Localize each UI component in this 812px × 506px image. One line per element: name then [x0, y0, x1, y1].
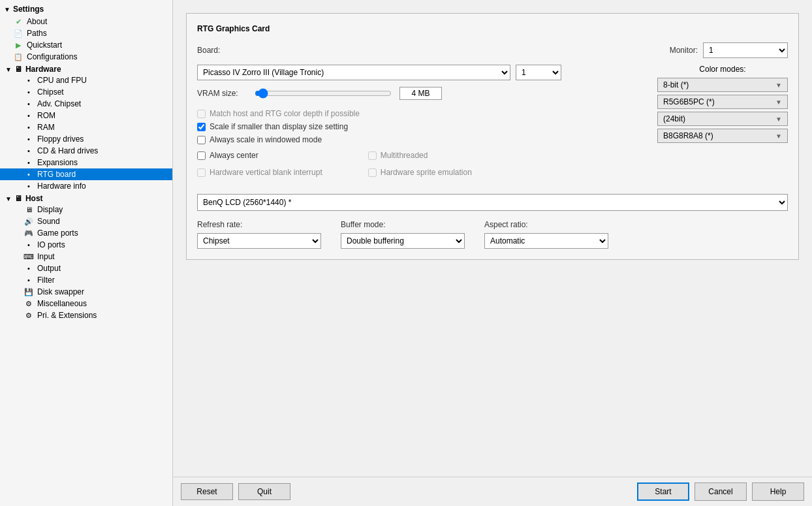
sidebar-item-cpu-fpu[interactable]: • CPU and FPU	[0, 74, 172, 86]
sidebar-item-rom[interactable]: • ROM	[0, 110, 172, 121]
pri-icon: ⚙	[23, 311, 34, 320]
sidebar-item-quickstart[interactable]: ▶ Quickstart	[0, 39, 172, 51]
sidebar-item-input[interactable]: ⌨ Input	[0, 251, 172, 262]
sidebar-item-game-ports[interactable]: 🎮 Game ports	[0, 227, 172, 239]
refresh-rate-group: Refresh rate: Chipset PAL NTSC	[197, 220, 321, 249]
hw-sprite-checkbox[interactable]	[368, 168, 377, 177]
checkbox-always-scale: Always scale in windowed mode	[197, 135, 644, 144]
input-icon: ⌨	[23, 253, 34, 261]
misc-icon: ⚙	[23, 300, 34, 308]
cd-icon: •	[23, 147, 34, 155]
sidebar-item-label: IO ports	[37, 240, 65, 249]
sidebar-item-label: Configurations	[27, 52, 77, 61]
vram-value: 4 MB	[399, 87, 442, 100]
checkboxes-left: Match host and RTG color depth if possib…	[197, 109, 644, 144]
host-collapse-arrow: ▼	[5, 195, 12, 202]
configurations-icon: 📋	[13, 53, 23, 61]
vram-label: VRAM size:	[197, 89, 249, 98]
sidebar-item-pri-extensions[interactable]: ⚙ Pri. & Extensions	[0, 309, 172, 321]
sidebar-item-filter[interactable]: • Filter	[0, 274, 172, 286]
rtg-panel: RTG Graphics Card Board: Monitor: 1 2	[186, 13, 799, 260]
sidebar-section-label: Hardware	[25, 65, 61, 74]
sidebar-item-miscellaneous[interactable]: ⚙ Miscellaneous	[0, 298, 172, 309]
color-mode-24bit[interactable]: (24bit) ▼	[657, 112, 788, 126]
sidebar-item-disk-swapper[interactable]: 💾 Disk swapper	[0, 286, 172, 298]
sidebar-item-label: Pri. & Extensions	[37, 311, 97, 320]
quickstart-icon: ▶	[13, 41, 23, 50]
scale-smaller-checkbox[interactable]	[197, 123, 206, 131]
disk-icon: 💾	[23, 288, 34, 296]
color-mode-b8g8r8a8[interactable]: B8G8R8A8 (*) ▼	[657, 129, 788, 143]
sidebar-title: Settings	[13, 5, 44, 14]
start-button[interactable]: Start	[637, 482, 689, 501]
cpu-icon: •	[23, 76, 34, 84]
chipset-icon: •	[23, 88, 34, 96]
color-mode-label: R5G6B5PC (*)	[663, 97, 715, 106]
always-center-checkbox[interactable]	[197, 151, 206, 160]
sidebar-item-adv-chipset[interactable]: • Adv. Chipset	[0, 98, 172, 110]
sidebar-item-rtg-board[interactable]: • RTG board	[0, 168, 172, 180]
board-label: Board:	[197, 46, 236, 55]
sidebar-item-label: Filter	[37, 276, 55, 285]
help-button[interactable]: Help	[752, 482, 804, 501]
sidebar-section-label: Host	[25, 194, 43, 203]
sidebar: ▼ Settings ✔ About 📄 Paths ▶ Quickstart …	[0, 0, 173, 506]
hw-info-icon: •	[23, 182, 34, 190]
buffer-mode-select[interactable]: Double buffering Single buffering	[341, 233, 465, 249]
sidebar-item-cd-hard-drives[interactable]: • CD & Hard drives	[0, 145, 172, 157]
sidebar-section-host[interactable]: ▼ 🖥 Host	[0, 192, 172, 204]
sidebar-section-hardware[interactable]: ▼ 🖥 Hardware	[0, 63, 172, 74]
gameport-icon: 🎮	[23, 229, 34, 238]
sidebar-item-label: Adv. Chipset	[37, 99, 81, 108]
filter-icon: •	[23, 276, 34, 284]
display-select[interactable]: BenQ LCD (2560*1440) *	[197, 194, 788, 211]
color-mode-8bit[interactable]: 8-bit (*) ▼	[657, 78, 788, 92]
sidebar-item-floppy-drives[interactable]: • Floppy drives	[0, 133, 172, 145]
aspect-ratio-group: Aspect ratio: Automatic 4:3 16:9	[484, 220, 608, 249]
refresh-rate-label: Refresh rate:	[197, 220, 321, 229]
bottom-bar: Reset Quit Start Cancel Help	[173, 477, 812, 506]
reset-button[interactable]: Reset	[181, 483, 233, 500]
color-mode-label: B8G8R8A8 (*)	[663, 131, 713, 140]
sidebar-item-display[interactable]: 🖥 Display	[0, 204, 172, 215]
sidebar-item-configurations[interactable]: 📋 Configurations	[0, 51, 172, 63]
sidebar-item-about[interactable]: ✔ About	[0, 16, 172, 27]
sidebar-item-label: Paths	[27, 29, 47, 38]
sidebar-item-paths[interactable]: 📄 Paths	[0, 27, 172, 39]
sidebar-item-io-ports[interactable]: • IO ports	[0, 239, 172, 251]
color-modes-section: Color modes: 8-bit (*) ▼ R5G6B5PC (*) ▼ …	[657, 65, 788, 146]
aspect-ratio-select[interactable]: Automatic 4:3 16:9	[484, 233, 608, 249]
color-mode-r5g6b5pc[interactable]: R5G6B5PC (*) ▼	[657, 95, 788, 109]
chevron-down-icon: ▼	[775, 116, 782, 123]
monitor-select[interactable]: 1 2	[703, 42, 788, 58]
checkbox-match-host: Match host and RTG color depth if possib…	[197, 109, 644, 118]
hw-vbi-checkbox[interactable]	[197, 168, 206, 177]
board-second-select[interactable]: 1	[516, 65, 561, 80]
sidebar-item-output[interactable]: • Output	[0, 262, 172, 274]
adv-chipset-icon: •	[23, 100, 34, 108]
ram-icon: •	[23, 123, 34, 131]
sidebar-item-hardware-info[interactable]: • Hardware info	[0, 180, 172, 192]
board-select[interactable]: Picasso IV Zorro III (Village Tronic)	[197, 65, 510, 80]
checkbox-scale-smaller: Scale if smaller than display size setti…	[197, 122, 644, 131]
match-host-checkbox[interactable]	[197, 110, 206, 118]
quit-button[interactable]: Quit	[238, 483, 290, 500]
sidebar-item-expansions[interactable]: • Expansions	[0, 157, 172, 168]
multithreaded-checkbox[interactable]	[368, 151, 377, 160]
scale-smaller-label: Scale if smaller than display size setti…	[210, 122, 348, 131]
cancel-button[interactable]: Cancel	[695, 482, 747, 501]
refresh-rate-select[interactable]: Chipset PAL NTSC	[197, 233, 321, 249]
rom-icon: •	[23, 112, 34, 119]
checkbox-multithreaded: Multithreaded	[368, 151, 472, 160]
sidebar-item-ram[interactable]: • RAM	[0, 121, 172, 133]
always-scale-checkbox[interactable]	[197, 136, 206, 144]
sidebar-item-sound[interactable]: 🔊 Sound	[0, 215, 172, 227]
hw-vbi-label: Hardware vertical blank interrupt	[210, 168, 322, 177]
sidebar-collapse-arrow[interactable]: ▼	[4, 6, 10, 13]
sidebar-item-label: Input	[37, 252, 55, 261]
multithreaded-label: Multithreaded	[381, 151, 428, 160]
match-host-label: Match host and RTG color depth if possib…	[210, 109, 360, 118]
vram-slider[interactable]	[255, 87, 392, 100]
sidebar-item-chipset[interactable]: • Chipset	[0, 86, 172, 98]
always-center-label: Always center	[210, 151, 258, 160]
